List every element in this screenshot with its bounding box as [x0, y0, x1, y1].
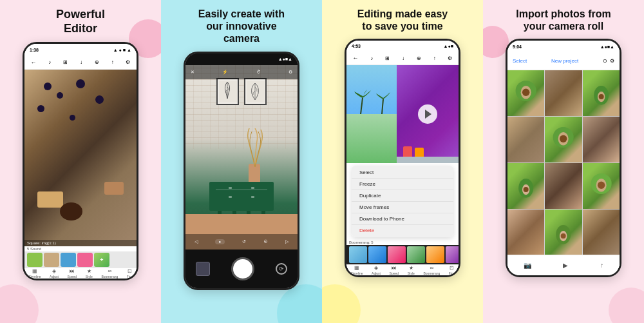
share-icon[interactable]: ↑ — [111, 59, 114, 65]
grid-icon[interactable]: ⊞ — [63, 59, 68, 65]
gallery-cell-4[interactable] — [507, 117, 544, 162]
nav-fin-label-3: Fin. — [449, 271, 454, 275]
speed-icon: ⏭ — [70, 268, 75, 274]
camera-top-bar: ✕ ⚡ ⏱ ⚙ — [185, 65, 298, 79]
orange-chair — [415, 148, 424, 157]
new-project-button[interactable]: New project — [551, 58, 578, 64]
nav-style[interactable]: ★ Style — [86, 268, 93, 279]
camera-preview: ✕ ⚡ ⏱ ⚙ ◁ ● ↺ ⏲ ▷ — [185, 65, 298, 250]
phone-3-frame: 4:53 ▲●■ ← ♪ ⊞ ↓ ⊕ ↑ ⚙ — [345, 39, 460, 277]
timer2-icon[interactable]: ⏲ — [263, 239, 268, 244]
thumb-1[interactable] — [27, 253, 43, 267]
gallery-cell-8[interactable] — [545, 163, 582, 209]
thumb-2[interactable] — [44, 253, 59, 267]
gallery-cell-9[interactable] — [583, 163, 620, 209]
phone-1-statusbar: 1:38 ▲ ● ■ ▲ — [24, 44, 137, 55]
flip-icon[interactable]: ↺ — [242, 239, 246, 244]
music-icon-3[interactable]: ♪ — [370, 55, 373, 61]
nav-style-label: Style — [86, 275, 93, 279]
close-camera-icon[interactable]: ✕ — [191, 70, 194, 75]
film-cell-6[interactable] — [446, 246, 459, 263]
play-button-overlay[interactable] — [418, 104, 437, 124]
nav-boomerang[interactable]: ∞ Boomerang — [101, 268, 118, 279]
nav-adjust[interactable]: ◈ Adjust — [50, 268, 59, 279]
expand-icon-3[interactable]: ⊕ — [417, 55, 421, 61]
berry-4 — [37, 105, 44, 112]
nav-adjust-3[interactable]: ◈ Adjust — [372, 265, 381, 275]
berry-6 — [70, 115, 75, 121]
menu-download[interactable]: Download to Phone — [352, 213, 453, 225]
menu-delete[interactable]: Delete — [352, 225, 453, 236]
time-display-4: 9:04 — [513, 44, 522, 49]
berry-2 — [57, 92, 63, 99]
style-icon-3: ★ — [409, 265, 413, 271]
nav-fin-3[interactable]: ⊡ Fin. — [449, 265, 454, 275]
flip-camera-icon[interactable]: ⟳ — [276, 263, 287, 275]
gear-icon[interactable]: ⚙ — [126, 59, 130, 65]
nav-fin-label: Fin. — [127, 275, 132, 279]
handle-3 — [229, 196, 232, 198]
dresser-divider — [216, 190, 267, 190]
svg-point-18 — [598, 181, 605, 188]
nav-style-3[interactable]: ★ Style — [408, 265, 415, 275]
expand-icon[interactable]: ⊕ — [95, 59, 99, 65]
gallery-cell-1[interactable] — [507, 70, 544, 116]
menu-move-frames[interactable]: Move frames — [352, 202, 453, 213]
nav-boomerang-3[interactable]: ∞ Boomerang — [423, 265, 440, 275]
share-nav-icon[interactable]: ↑ — [600, 262, 603, 269]
film-cell-2[interactable] — [368, 246, 386, 263]
thumb-3[interactable] — [61, 253, 76, 267]
gear-icon-4[interactable]: ⚙ — [610, 58, 614, 64]
grid-icon-3[interactable]: ⊞ — [385, 55, 390, 61]
status-icons: ▲ ● ■ ▲ — [113, 48, 131, 52]
share-icon-3[interactable]: ↑ — [433, 55, 436, 61]
nav-timeline[interactable]: ▦ Timeline — [29, 268, 41, 279]
download-icon-3[interactable]: ↓ — [402, 55, 404, 61]
avocado-img-5 — [545, 117, 582, 162]
play-nav-icon[interactable]: ▶ — [563, 262, 568, 269]
gallery-cell-3[interactable] — [583, 70, 620, 116]
thumb-4[interactable] — [77, 253, 93, 267]
nav-speed[interactable]: ⏭ Speed — [68, 268, 77, 279]
camera-nav-icon[interactable]: 📷 — [524, 262, 531, 269]
gallery-thumb-icon[interactable] — [196, 262, 210, 276]
film-cell-1[interactable] — [349, 246, 367, 263]
film-cell-5[interactable] — [426, 246, 444, 263]
gallery-cell-2[interactable] — [545, 70, 582, 116]
nav-timeline-3[interactable]: ▦ Timeline — [351, 265, 363, 275]
nav-speed-3[interactable]: ⏭ Speed — [390, 265, 399, 275]
download-icon[interactable]: ↓ — [80, 59, 82, 65]
flash-icon[interactable]: ⚡ — [222, 70, 228, 75]
back-icon[interactable]: ← — [30, 59, 36, 66]
timer-icon[interactable]: ⏱ — [256, 70, 261, 74]
shutter-button[interactable] — [231, 257, 254, 280]
svg-point-12 — [560, 135, 567, 142]
play-triangle-icon — [425, 110, 431, 119]
film-cell-4[interactable] — [407, 246, 425, 263]
gallery-cell-6[interactable] — [583, 117, 620, 162]
back-icon-3[interactable]: ← — [352, 55, 358, 61]
thumb-add[interactable]: + — [94, 253, 109, 267]
gear-icon-3[interactable]: ⚙ — [448, 55, 452, 61]
svg-point-9 — [598, 94, 603, 99]
gallery-cell-12[interactable] — [583, 210, 620, 255]
boomerang-label: Boomerang: 5 — [346, 240, 459, 245]
gallery-cell-10[interactable] — [507, 210, 544, 255]
select-button[interactable]: Select — [513, 58, 527, 64]
filter-icon[interactable]: ⊙ — [603, 58, 607, 64]
nav-fin[interactable]: ⊡ Fin. — [127, 268, 132, 279]
gallery-cell-7[interactable] — [507, 163, 544, 209]
settings-icon[interactable]: ⚙ — [289, 70, 292, 75]
menu-select[interactable]: Select — [352, 167, 453, 179]
menu-duplicate[interactable]: Duplicate — [352, 190, 453, 202]
film-cell-3[interactable] — [388, 246, 406, 263]
menu-freeze[interactable]: Freeze — [352, 179, 453, 190]
dresser — [209, 182, 274, 211]
gallery-cell-5[interactable] — [545, 117, 582, 162]
prev-frame-icon[interactable]: ◁ — [194, 239, 198, 244]
music-icon[interactable]: ♪ — [48, 59, 51, 65]
next-frame-icon[interactable]: ▷ — [285, 239, 289, 244]
phone-3-nav: ▦ Timeline ◈ Adjust ⏭ Speed ★ Style ∞ — [346, 264, 459, 275]
sauce-bowl — [60, 202, 82, 220]
gallery-cell-11[interactable] — [545, 210, 582, 255]
